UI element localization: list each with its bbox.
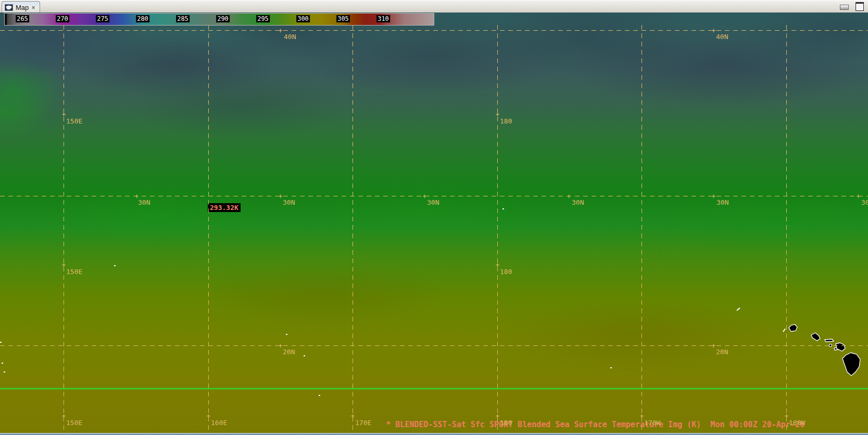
lon-tick: + — [61, 112, 66, 117]
colorbar-tick-290: 290 — [216, 15, 230, 22]
maximize-icon[interactable] — [856, 2, 864, 11]
island-lanai — [825, 339, 834, 342]
island-sliver — [783, 329, 785, 332]
islet-speck — [114, 265, 116, 266]
lat-label: 30N — [138, 199, 150, 206]
islet-speck — [304, 355, 305, 356]
lon-tick: + — [639, 414, 644, 418]
lat-tick: + — [856, 194, 861, 198]
lat-tick: + — [278, 28, 283, 33]
map-canvas[interactable]: 265270275280285290295300305310 293.32K *… — [0, 13, 868, 433]
lon-label: 150E — [66, 118, 82, 125]
islet-speck — [0, 342, 2, 343]
tab-label: Map — [16, 4, 29, 11]
lat-label: 30N — [572, 199, 584, 206]
lon-label: 170W — [644, 419, 660, 426]
colorbar[interactable]: 265270275280285290295300305310 — [4, 13, 434, 26]
lat-label: 30N — [427, 199, 439, 206]
lon-gridline-170E — [353, 25, 353, 433]
colorbar-tick-305: 305 — [336, 15, 350, 22]
colorbar-tick-295: 295 — [256, 15, 270, 22]
product-legend[interactable]: * BLENDED-SST-Sat Sfc SPORT Blended Sea … — [386, 420, 804, 429]
lat-tick: + — [278, 343, 283, 348]
lon-label: 160W — [789, 419, 805, 426]
map-icon — [5, 4, 13, 11]
island-sliver — [737, 308, 740, 310]
lon-gridline-150E — [64, 25, 64, 433]
lon-tick: + — [495, 112, 500, 117]
lat-label: 30N — [716, 199, 728, 206]
islet-speck — [610, 367, 612, 368]
lon-tick: + — [206, 414, 211, 418]
islet-speck — [319, 395, 320, 396]
lat-label: 20N — [283, 349, 295, 355]
cave-window: Map × 265270275280285290295300305310 293… — [0, 0, 868, 435]
islet-speck — [286, 334, 287, 335]
lon-tick: + — [495, 263, 500, 267]
lat-tick: + — [567, 194, 571, 198]
lat-tick: + — [422, 194, 427, 198]
lat-tick: + — [711, 343, 716, 348]
lon-tick: + — [61, 414, 66, 418]
lat-gridline-20N — [0, 345, 868, 346]
colorbar-tick-265: 265 — [16, 15, 29, 22]
lat-label: 20N — [716, 349, 728, 355]
lon-label: 150E — [66, 419, 82, 426]
lon-tick: + — [495, 414, 500, 418]
islet-speck — [2, 363, 3, 364]
colorbar-tick-310: 310 — [376, 15, 390, 22]
minimize-icon[interactable] — [840, 5, 849, 10]
colorbar-tick-280: 280 — [136, 15, 149, 22]
lon-label: 160E — [211, 419, 227, 426]
lon-tick: + — [784, 414, 789, 418]
tab-close-icon[interactable]: × — [31, 4, 35, 11]
lon-gridline-170W — [641, 25, 642, 433]
lat-tick: + — [711, 28, 716, 33]
islet-speck — [4, 371, 5, 372]
lon-tick: + — [350, 414, 355, 418]
window-controls — [840, 2, 864, 11]
tab-bar: Map × — [0, 0, 868, 13]
lat-tick: + — [134, 194, 139, 198]
lon-tick: + — [61, 263, 66, 267]
lat-label: 30N — [283, 199, 295, 206]
lat-gridline-30N — [0, 196, 868, 196]
islet-speck — [502, 208, 504, 209]
colorbar-tick-275: 275 — [96, 15, 109, 22]
window-bottom-border — [0, 433, 868, 435]
island-oahu — [789, 325, 797, 331]
lat-gridline-40N — [0, 30, 868, 31]
lat-label: 30N — [861, 199, 868, 206]
island-big-island — [842, 353, 860, 376]
lat-label: 40N — [716, 33, 728, 40]
tab-map[interactable]: Map × — [2, 1, 40, 13]
lon-label: 180 — [500, 268, 512, 275]
lon-label: 150E — [66, 268, 82, 275]
colorbar-tick-285: 285 — [176, 15, 190, 22]
lat-tick: + — [711, 194, 716, 198]
lon-gridline-180 — [497, 25, 498, 433]
colorbar-tick-270: 270 — [56, 15, 69, 22]
island-molokai — [811, 333, 820, 341]
lat-label: 40N — [284, 33, 296, 40]
lat-tick: + — [278, 194, 283, 198]
lon-label: 170E — [355, 419, 371, 426]
colorbar-tick-300: 300 — [296, 15, 310, 22]
colorbar-left-cap — [5, 14, 7, 25]
lon-gridline-160E — [208, 25, 209, 433]
sample-readout: 293.32K — [208, 203, 241, 212]
lon-label: 180 — [500, 118, 512, 125]
lon-gridline-160W — [786, 25, 787, 433]
hawaiian-islands — [729, 302, 868, 380]
lon-label: 180 — [500, 419, 512, 426]
baseline-indicator-line — [0, 388, 868, 389]
